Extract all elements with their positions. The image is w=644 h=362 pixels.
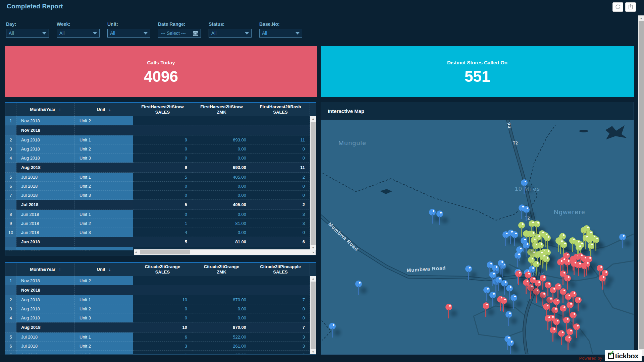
map-pin-blue[interactable] <box>505 311 512 318</box>
map-pin-blue[interactable] <box>506 285 513 292</box>
table-row[interactable]: 7Jul 2018Unit 3187.000 <box>5 351 310 355</box>
map-pin-red[interactable] <box>540 292 546 298</box>
map-pin-red[interactable] <box>583 261 590 267</box>
table-header-cell[interactable]: Unit↓ <box>75 103 133 116</box>
table-row[interactable]: 2Aug 2018Unit 110870.007 <box>5 295 310 304</box>
map-pin-red[interactable] <box>543 303 550 310</box>
filter-week-select[interactable]: All <box>57 29 100 38</box>
page-scrollbar[interactable]: ▲ ▼ <box>638 15 644 356</box>
scrollbar-up-arrow[interactable]: ▲ <box>310 276 316 281</box>
table-vertical-scrollbar[interactable]: ▲▼ <box>310 116 316 250</box>
table-group-row[interactable]: Nov 2018 <box>5 285 310 295</box>
map-pin-blue[interactable] <box>492 265 499 272</box>
table-horizontal-scrollbar[interactable]: ◄► <box>134 249 316 255</box>
map-pin-red[interactable] <box>575 297 582 303</box>
scrollbar-down-arrow[interactable]: ▼ <box>310 350 316 355</box>
map-pin-blue[interactable] <box>521 179 528 186</box>
table-group-row[interactable]: Aug 20189693.0011 <box>5 163 310 173</box>
table-row[interactable]: 7Jul 2018Unit 300.000 <box>5 191 310 200</box>
map-pin-red[interactable] <box>599 275 606 282</box>
map-pin-red[interactable] <box>540 275 546 282</box>
map-pin-red[interactable] <box>500 297 507 304</box>
map-pin-red[interactable] <box>570 312 577 318</box>
table-header-cell[interactable]: FirstHarvest2ltRasbSALES <box>251 103 310 116</box>
map-pin-blue[interactable] <box>507 340 514 346</box>
map-pin-blue[interactable] <box>355 281 362 287</box>
map-pin-green[interactable] <box>576 244 582 251</box>
map-pin-red[interactable] <box>445 304 452 310</box>
table-row[interactable]: 3Aug 2018Unit 200.000 <box>5 304 310 313</box>
table-group-row[interactable]: Nov 2018 <box>5 125 310 135</box>
map-pin-red[interactable] <box>557 259 564 265</box>
map-pin-red[interactable] <box>533 288 540 295</box>
map-pin-green[interactable] <box>534 221 540 227</box>
map-pin-blue[interactable] <box>529 266 535 273</box>
map-pin-blue[interactable] <box>515 252 521 259</box>
map-pin-green[interactable] <box>537 242 544 249</box>
table-row[interactable]: 6Jul 2018Unit 23261.003 <box>5 342 310 351</box>
map-pin-blue[interactable] <box>329 323 336 329</box>
table-header-cell[interactable]: Citrade2ltPineappleSALES <box>251 263 310 276</box>
table-row[interactable]: 10Jun 2018Unit 340.000 <box>5 228 310 237</box>
scrollbar-thumb[interactable] <box>311 282 316 349</box>
map-pin-blue[interactable] <box>523 206 530 213</box>
map-pin-red[interactable] <box>573 323 580 330</box>
map-pin-blue[interactable] <box>429 209 436 216</box>
map-pin-red[interactable] <box>515 270 522 277</box>
map-pin-green[interactable] <box>544 235 551 241</box>
table-group-row[interactable]: Jul 20185405.002 <box>5 200 310 210</box>
filter-base-no-select[interactable]: All <box>259 29 302 38</box>
map-pin-red[interactable] <box>545 315 551 322</box>
map-pin-blue[interactable] <box>489 292 496 298</box>
map-pin-green[interactable] <box>560 241 567 248</box>
table-row[interactable]: 5Jul 2018Unit 16522.003 <box>5 333 310 342</box>
map-pin-blue[interactable] <box>523 242 530 249</box>
filter-unit-select[interactable]: All <box>107 29 150 38</box>
table-row[interactable]: 1Nov 2018Unit 2 <box>5 276 310 285</box>
map-pin-red[interactable] <box>570 291 577 298</box>
map-pin-green[interactable] <box>535 234 541 241</box>
map-pin-red[interactable] <box>550 327 556 334</box>
map-pin-blue[interactable] <box>489 272 496 278</box>
map-pin-red[interactable] <box>565 335 572 342</box>
map-pin-green[interactable] <box>543 256 550 262</box>
map-pin-green[interactable] <box>593 236 599 243</box>
map-pin-red[interactable] <box>560 305 567 312</box>
table-row[interactable]: 8Jun 2018Unit 100.003 <box>5 210 310 219</box>
map-pin-red[interactable] <box>567 302 573 308</box>
table-header-cell[interactable]: FirstHarvest2ltStrawSALES <box>133 103 192 116</box>
scrollbar-right-arrow[interactable]: ► <box>312 251 315 254</box>
table-header-cell[interactable]: Month&Year↑ <box>16 263 75 276</box>
scrollbar-thumb[interactable] <box>311 122 316 245</box>
table-header-cell[interactable]: Unit↓ <box>75 263 133 276</box>
table-row[interactable]: 3Aug 2018Unit 200.000 <box>5 144 310 154</box>
map-pin-blue[interactable] <box>498 260 504 266</box>
table-header-cell[interactable]: FirstHarvest2ltStrawZMK <box>192 103 251 116</box>
table-row[interactable]: 6Jul 2018Unit 200.000 <box>5 182 310 191</box>
filter-day-select[interactable]: All <box>6 29 49 38</box>
refresh-button[interactable] <box>612 2 623 12</box>
table-group-row[interactable]: Aug 201810870.007 <box>5 322 310 333</box>
table-header-cell[interactable]: Citrade2ltOrangeZMK <box>192 263 251 276</box>
export-button[interactable] <box>625 2 636 12</box>
map-pin-red[interactable] <box>546 297 553 303</box>
map-pin-red[interactable] <box>563 317 570 323</box>
table-row[interactable]: 9Jun 2018Unit 2181.003 <box>5 219 310 228</box>
map-pin-red[interactable] <box>483 302 489 309</box>
map-pin-red[interactable] <box>523 279 530 286</box>
scrollbar-thumb[interactable] <box>639 21 644 349</box>
table-row[interactable]: 5Jul 2018Unit 15405.002 <box>5 173 310 182</box>
filter-date-range-select[interactable]: --- Select --- <box>158 29 201 38</box>
map-pin-red[interactable] <box>564 275 571 282</box>
table-row[interactable]: 2Aug 2018Unit 19693.0011 <box>5 135 310 144</box>
table-row[interactable]: 1Nov 2018Unit 2 <box>5 116 310 125</box>
map-pin-blue[interactable] <box>512 231 518 238</box>
tickbox-logo[interactable]: ✓ tickbox <box>605 350 642 361</box>
map-pin-red[interactable] <box>535 280 541 287</box>
table-group-row[interactable]: Jun 2018581.006 <box>5 237 310 247</box>
table-header-cell[interactable]: Citrade2ltOrangeSALES <box>133 263 192 276</box>
table-header-cell[interactable]: Month&Year↑ <box>16 103 75 116</box>
map-pin-blue[interactable] <box>619 234 626 240</box>
map-pin-red[interactable] <box>567 328 573 335</box>
scrollbar-thumb[interactable] <box>140 250 190 254</box>
